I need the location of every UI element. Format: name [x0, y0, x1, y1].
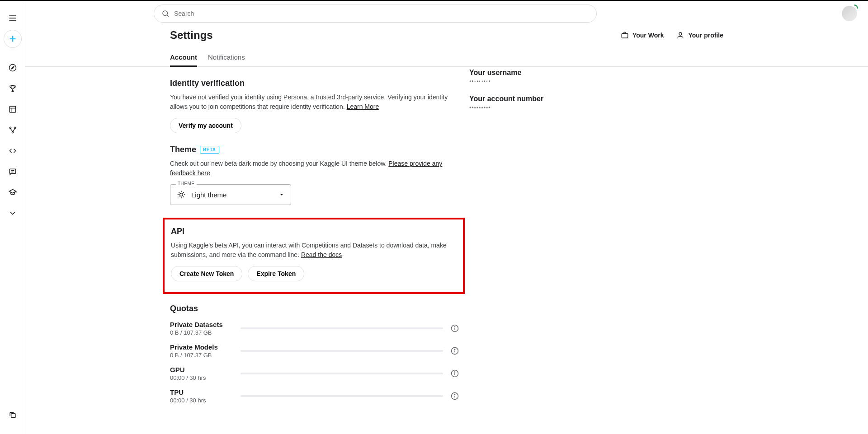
account-label: Your account number [469, 95, 543, 103]
info-icon[interactable] [450, 346, 459, 355]
api-docs-link[interactable]: Read the docs [301, 251, 342, 258]
svg-point-10 [9, 127, 11, 128]
create-button[interactable] [4, 30, 22, 48]
svg-line-18 [167, 15, 169, 17]
expand-icon[interactable] [4, 204, 22, 222]
svg-line-26 [179, 192, 179, 193]
api-desc: Using Kaggle's beta API, you can interac… [171, 241, 457, 260]
sidebar [0, 1, 25, 434]
info-icon[interactable] [450, 324, 459, 333]
svg-marker-30 [280, 194, 283, 196]
theme-desc: Check out our new beta dark mode by choo… [170, 159, 464, 178]
section-quotas: Quotas Private Datasets 0 B / 107.37 GB … [170, 304, 459, 404]
quota-usage: 0 B / 107.37 GB [170, 352, 233, 359]
svg-marker-6 [11, 67, 14, 69]
quota-row: Private Datasets 0 B / 107.37 GB [170, 321, 459, 336]
your-work-link[interactable]: Your Work [621, 31, 664, 39]
identity-learn-more-link[interactable]: Learn More [347, 103, 379, 110]
main: Settings Your Work Your profile [25, 1, 868, 434]
quota-bar [241, 350, 443, 352]
quota-row: GPU 00:00 / 30 hrs [170, 366, 459, 381]
quota-name: TPU [170, 388, 233, 396]
avatar-progress-icon [850, 4, 859, 12]
your-profile-link[interactable]: Your profile [676, 31, 723, 39]
sun-icon [177, 190, 186, 199]
svg-point-33 [454, 327, 455, 327]
svg-point-42 [454, 394, 455, 395]
svg-rect-16 [11, 414, 15, 418]
tab-account[interactable]: Account [170, 49, 197, 66]
api-title: API [171, 227, 457, 236]
quota-bar [241, 327, 443, 329]
svg-rect-7 [9, 106, 15, 112]
hamburger-icon[interactable] [4, 9, 22, 27]
quota-usage: 00:00 / 30 hrs [170, 374, 233, 381]
svg-point-36 [454, 349, 455, 350]
quota-bar [241, 395, 443, 397]
username-value: ********* [469, 79, 543, 85]
discussion-icon[interactable] [4, 163, 22, 181]
svg-rect-19 [622, 33, 628, 38]
svg-line-28 [179, 196, 179, 197]
quota-name: Private Models [170, 343, 233, 351]
identity-desc: You have not verified your identity usin… [170, 93, 464, 112]
svg-point-21 [180, 193, 183, 196]
svg-line-29 [183, 192, 184, 193]
create-token-button[interactable]: Create New Token [171, 266, 242, 281]
trophy-icon[interactable] [4, 79, 22, 98]
identity-desc-text: You have not verified your identity usin… [170, 93, 448, 110]
expire-token-button[interactable]: Expire Token [248, 266, 304, 281]
right-panel: Your username ********* Your account num… [469, 69, 543, 121]
quota-bar [241, 373, 443, 374]
model-icon[interactable] [4, 121, 22, 139]
svg-rect-13 [9, 169, 15, 173]
quota-row: TPU 00:00 / 30 hrs [170, 388, 459, 404]
search-input[interactable] [174, 10, 589, 17]
username-label: Your username [469, 69, 543, 77]
theme-select-value: Light theme [191, 191, 226, 199]
identity-title: Identity verification [170, 79, 464, 88]
avatar[interactable] [842, 6, 857, 21]
svg-point-17 [163, 11, 168, 16]
table-icon[interactable] [4, 100, 22, 118]
search-icon [161, 9, 170, 18]
section-identity: Identity verification You have not verif… [170, 79, 464, 133]
search-input-wrap[interactable] [154, 5, 597, 23]
person-icon [676, 31, 684, 39]
code-icon[interactable] [4, 142, 22, 160]
your-profile-label: Your profile [688, 32, 723, 39]
quotas-title: Quotas [170, 304, 459, 313]
quota-usage: 00:00 / 30 hrs [170, 397, 233, 404]
quota-row: Private Models 0 B / 107.37 GB [170, 343, 459, 359]
copy-icon[interactable] [4, 406, 22, 424]
theme-desc-text: Check out our new beta dark mode by choo… [170, 160, 388, 167]
theme-select-label: THEME [176, 181, 197, 186]
svg-point-20 [679, 33, 682, 35]
beta-badge: BETA [200, 146, 219, 154]
account-value: ********* [469, 106, 543, 111]
briefcase-icon [621, 31, 629, 39]
quota-name: Private Datasets [170, 321, 233, 328]
theme-select[interactable]: THEME Light theme [170, 184, 291, 205]
learn-icon[interactable] [4, 183, 22, 201]
section-api-highlight: API Using Kaggle's beta API, you can int… [163, 218, 465, 294]
section-theme: Theme BETA Check out our new beta dark m… [170, 145, 464, 205]
chevron-down-icon [279, 192, 284, 197]
svg-line-27 [183, 196, 184, 197]
svg-point-12 [12, 131, 13, 133]
compass-icon[interactable] [4, 59, 22, 77]
quota-name: GPU [170, 366, 233, 373]
info-icon[interactable] [450, 369, 459, 378]
tab-notifications[interactable]: Notifications [208, 49, 245, 66]
section-api: API Using Kaggle's beta API, you can int… [171, 227, 457, 281]
svg-point-11 [14, 127, 15, 128]
svg-point-39 [454, 372, 455, 372]
theme-title: Theme [170, 145, 196, 154]
quota-usage: 0 B / 107.37 GB [170, 329, 233, 336]
page-title: Settings [170, 29, 213, 42]
tabs: Account Notifications [25, 49, 868, 67]
verify-account-button[interactable]: Verify my account [170, 118, 241, 133]
info-icon[interactable] [450, 392, 459, 401]
your-work-label: Your Work [632, 32, 664, 39]
